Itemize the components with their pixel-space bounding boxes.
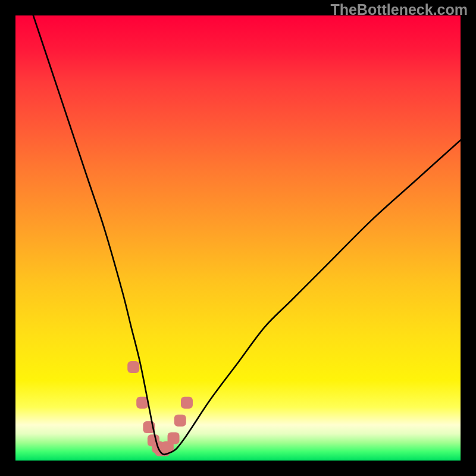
low-band-marker bbox=[168, 433, 180, 444]
marker-layer bbox=[127, 361, 193, 456]
curve-layer bbox=[33, 15, 461, 455]
bottleneck-curve-path bbox=[33, 15, 461, 455]
chart-frame: TheBottleneck.com bbox=[0, 0, 476, 476]
low-band-marker bbox=[181, 397, 193, 409]
plot-area bbox=[15, 15, 461, 461]
low-band-marker bbox=[127, 361, 139, 373]
chart-svg bbox=[15, 15, 461, 461]
low-band-marker bbox=[174, 415, 186, 427]
low-band-marker bbox=[136, 397, 148, 409]
